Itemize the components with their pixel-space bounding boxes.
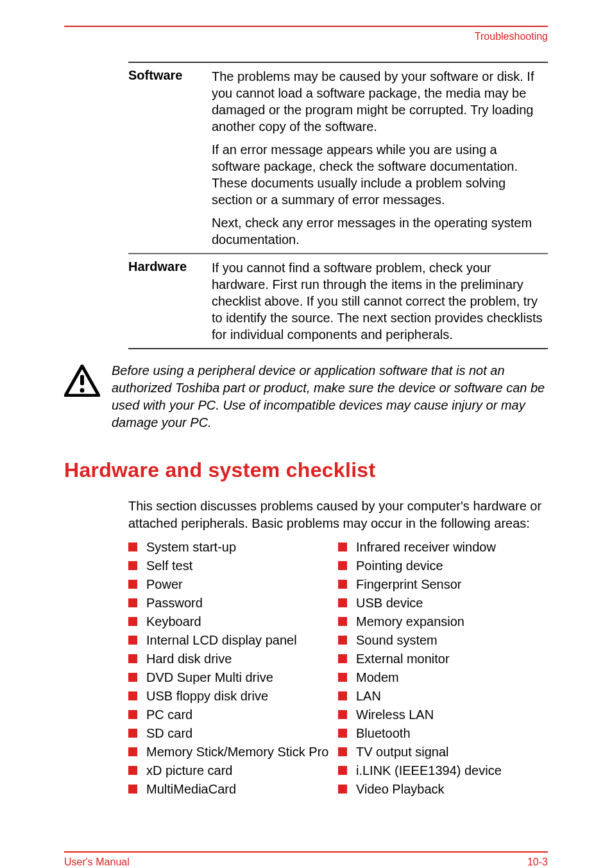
caution-text: Before using a peripheral device or appl… [112,362,548,431]
header-breadcrumb: Troubleshooting [64,31,548,42]
list-item: External monitor [338,650,548,668]
list-item: MultiMediaCard [128,781,338,798]
list-item-label: Hard disk drive [146,650,232,668]
square-bullet-icon [338,636,347,645]
definition-table: Software The problems may be caused by y… [128,62,548,349]
list-item: PC card [128,706,338,724]
header-rule [64,26,548,27]
list-item: Internal LCD display panel [128,632,338,649]
footer-page-number: 10-3 [527,856,548,868]
list-item: Infrared receiver window [338,539,548,556]
square-bullet-icon [128,766,137,775]
desc-hardware: If you cannot find a software problem, c… [212,259,548,343]
square-bullet-icon [338,766,347,775]
square-bullet-icon [338,673,347,682]
square-bullet-icon [338,654,347,663]
term-software: Software [128,68,212,248]
term-hardware: Hardware [128,259,212,343]
list-item-label: Memory Stick/Memory Stick Pro [146,743,328,761]
list-item: Bluetooth [338,725,548,742]
list-item: Sound system [338,632,548,649]
row-hardware: Hardware If you cannot find a software p… [128,254,548,349]
list-item: Video Playback [338,781,548,798]
square-bullet-icon [338,617,347,626]
software-p2: If an error message appears while you ar… [212,141,548,208]
square-bullet-icon [128,710,137,719]
row-software: Software The problems may be caused by y… [128,62,548,254]
list-item-label: Sound system [356,632,438,649]
list-item: USB floppy disk drive [128,688,338,705]
list-item-label: Bluetooth [356,725,411,742]
square-bullet-icon [128,691,137,700]
list-item-label: xD picture card [146,762,233,779]
list-item-label: Self test [146,557,192,575]
caution-block: Before using a peripheral device or appl… [64,362,548,431]
list-item: USB device [338,595,548,612]
checklist-columns: System start-up Self test Power Password… [128,539,548,799]
list-item: Memory Stick/Memory Stick Pro [128,743,338,761]
footer: User's Manual 10-3 [64,851,548,868]
square-bullet-icon [128,654,137,663]
list-item: Modem [338,669,548,686]
list-item-label: LAN [356,688,381,705]
list-item-label: Infrared receiver window [356,539,496,556]
square-bullet-icon [338,580,347,589]
square-bullet-icon [338,729,347,738]
list-item-label: Memory expansion [356,613,464,630]
square-bullet-icon [128,747,137,756]
square-bullet-icon [338,561,347,570]
footer-left: User's Manual [64,856,130,868]
list-item: LAN [338,688,548,705]
square-bullet-icon [128,617,137,626]
warning-icon [64,365,100,399]
list-item-label: i.LINK (IEEE1394) device [356,762,502,779]
software-p1: The problems may be caused by your softw… [212,68,548,135]
list-item-label: DVD Super Multi drive [146,669,273,686]
list-item: DVD Super Multi drive [128,669,338,686]
desc-software: The problems may be caused by your softw… [212,68,548,248]
list-item-label: Keyboard [146,613,201,630]
section-intro: This section discusses problems caused b… [128,498,548,532]
list-item: Fingerprint Sensor [338,576,548,593]
list-item: i.LINK (IEEE1394) device [338,762,548,779]
list-item: Memory expansion [338,613,548,630]
software-p3: Next, check any error messages in the op… [212,214,548,248]
square-bullet-icon [128,673,137,682]
svg-rect-1 [80,375,84,385]
list-item: TV output signal [338,743,548,761]
list-item: Pointing device [338,557,548,575]
section-title: Hardware and system checklist [64,458,548,482]
square-bullet-icon [338,691,347,700]
list-item-label: Password [146,595,203,612]
square-bullet-icon [338,747,347,756]
list-item-label: External monitor [356,650,450,668]
list-item-label: TV output signal [356,743,449,761]
list-item: Hard disk drive [128,650,338,668]
footer-rule [64,851,548,853]
list-item-label: Pointing device [356,557,443,575]
square-bullet-icon [128,580,137,589]
list-item-label: Power [146,576,183,593]
checklist-left: System start-up Self test Power Password… [128,539,338,799]
section-body: This section discusses problems caused b… [128,498,548,799]
square-bullet-icon [338,710,347,719]
square-bullet-icon [128,636,137,645]
list-item: Keyboard [128,613,338,630]
svg-point-2 [80,388,85,393]
page-container: Troubleshooting Software The problems ma… [0,26,612,868]
list-item: Power [128,576,338,593]
list-item-label: Fingerprint Sensor [356,576,462,593]
square-bullet-icon [338,785,347,794]
list-item: xD picture card [128,762,338,779]
list-item: Wireless LAN [338,706,548,724]
square-bullet-icon [338,542,347,551]
square-bullet-icon [128,729,137,738]
square-bullet-icon [128,785,137,794]
square-bullet-icon [128,561,137,570]
square-bullet-icon [338,598,347,607]
list-item: Password [128,595,338,612]
list-item-label: SD card [146,725,192,742]
checklist-right: Infrared receiver window Pointing device… [338,539,548,799]
list-item: System start-up [128,539,338,556]
square-bullet-icon [128,598,137,607]
